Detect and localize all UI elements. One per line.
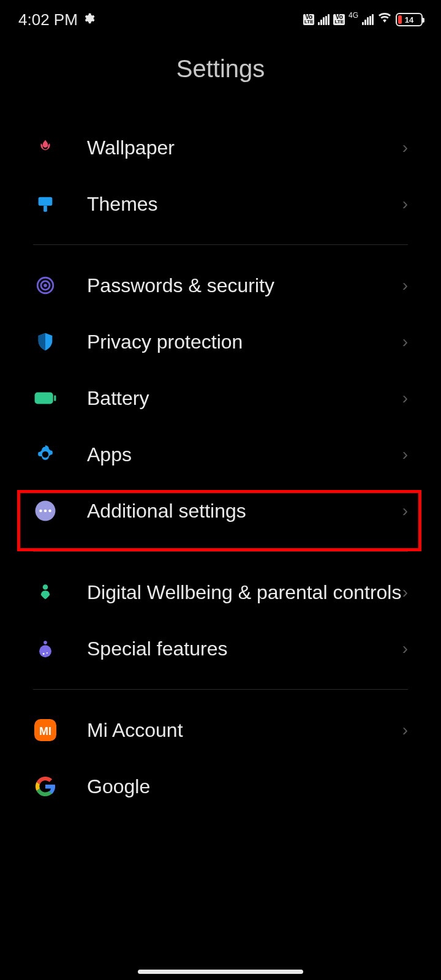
row-label: Digital Wellbeing & parental controls [87,581,402,604]
row-label: Themes [87,192,402,216]
battery-icon: 14 [396,13,423,26]
home-indicator[interactable] [138,970,303,974]
row-passwords[interactable]: Passwords & security › [2,257,439,314]
svg-point-9 [39,510,42,513]
more-icon [33,499,58,523]
svg-point-4 [45,285,47,287]
row-label: Apps [87,443,402,466]
row-label: Passwords & security [87,274,402,297]
row-privacy[interactable]: Privacy protection › [2,314,439,370]
gear-icon [33,442,58,467]
chevron-right-icon: › [402,720,408,740]
svg-rect-0 [39,197,53,206]
divider [33,689,408,690]
svg-point-12 [43,584,48,590]
row-label: Special features [87,637,402,660]
flask-icon [33,636,58,661]
row-label: Battery [87,386,402,410]
page-title: Settings [0,37,441,119]
svg-text:MI: MI [39,725,51,737]
mi-logo-icon: MI [33,718,58,742]
svg-point-15 [43,653,45,655]
chevron-right-icon: › [402,138,408,157]
row-label: Additional settings [87,499,402,522]
network-label: 4G [349,12,358,18]
divider [33,551,408,552]
row-label: Google [87,775,408,798]
row-mi-account[interactable]: MI Mi Account › [2,702,439,758]
gear-icon [83,12,95,28]
row-additional[interactable]: Additional settings › [2,483,439,539]
status-time: 4:02 PM [18,10,78,29]
wifi-icon [377,12,392,27]
row-special[interactable]: Special features › [2,620,439,677]
svg-point-16 [47,652,48,654]
row-themes[interactable]: Themes › [2,176,439,232]
chevron-right-icon: › [402,501,408,521]
svg-rect-5 [35,393,53,404]
chevron-right-icon: › [402,194,408,214]
chevron-right-icon: › [402,276,408,295]
svg-point-7 [42,451,49,458]
svg-rect-6 [54,395,56,401]
row-label: Wallpaper [87,136,402,159]
row-google[interactable]: Google [2,758,439,799]
brush-icon [33,192,58,216]
svg-rect-13 [43,641,47,644]
settings-list: Wallpaper › Themes › Passwords & securit… [0,119,441,799]
volte-icon: VoLTE [333,14,345,25]
row-label: Privacy protection [87,330,402,353]
signal-icon [362,14,374,25]
row-wallpaper[interactable]: Wallpaper › [2,119,439,176]
chevron-right-icon: › [402,582,408,602]
row-label: Mi Account [87,718,402,742]
chevron-right-icon: › [402,388,408,408]
svg-point-10 [44,510,47,513]
row-battery[interactable]: Battery › [2,370,439,426]
google-logo-icon [33,774,58,799]
status-indicators: VoLTE VoLTE 4G 14 [303,12,423,27]
svg-point-11 [48,510,51,513]
person-heart-icon [33,580,58,605]
fingerprint-icon [33,273,58,298]
chevron-right-icon: › [402,332,408,352]
row-apps[interactable]: Apps › [2,426,439,483]
battery-icon [33,386,58,410]
signal-icon [318,14,330,25]
divider [33,244,408,245]
svg-point-14 [39,645,51,657]
chevron-right-icon: › [402,639,408,658]
chevron-right-icon: › [402,445,408,464]
volte-icon: VoLTE [303,14,315,25]
shield-icon [33,330,58,354]
svg-rect-1 [43,206,47,212]
row-wellbeing[interactable]: Digital Wellbeing & parental controls › [2,564,439,620]
status-bar: 4:02 PM VoLTE VoLTE 4G 14 [0,0,441,37]
tulip-icon [33,135,58,160]
